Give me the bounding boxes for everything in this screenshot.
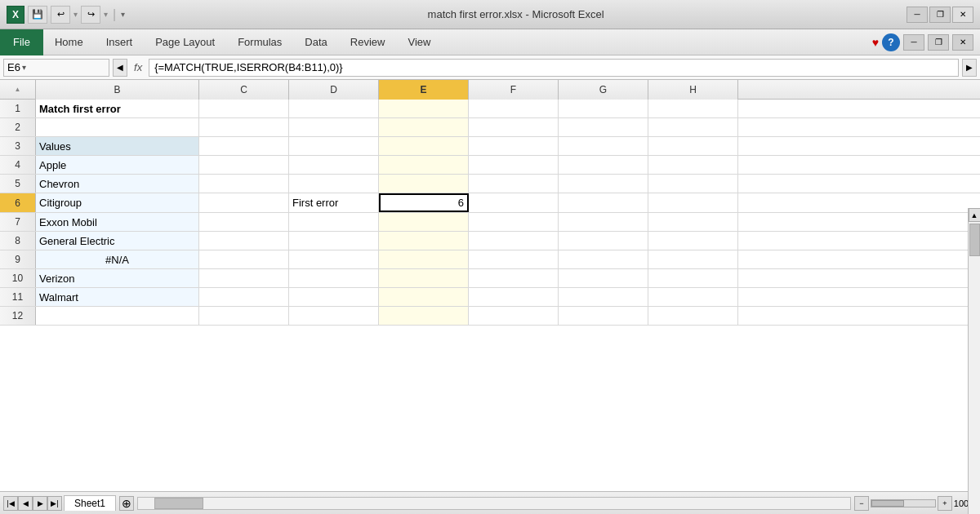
cell-g7[interactable] [559,213,648,231]
cell-f11[interactable] [469,288,559,306]
cell-f1[interactable] [469,100,559,117]
cell-b8[interactable]: General Electric [36,232,199,250]
cell-h10[interactable] [648,269,738,287]
cell-d9[interactable] [289,250,379,268]
cell-reference-box[interactable]: E6 ▾ [3,59,109,77]
close-button[interactable]: ✕ [952,7,973,23]
home-menu[interactable]: Home [43,29,95,55]
cell-h4[interactable] [648,156,738,174]
cell-c3[interactable] [199,137,289,155]
cell-h6[interactable] [648,193,738,212]
redo-button[interactable]: ↪ [81,6,100,24]
menu-close-button[interactable]: ✕ [952,34,973,51]
cell-e5[interactable] [379,175,469,193]
cell-c12[interactable] [199,307,289,325]
col-header-d[interactable]: D [289,80,379,100]
formula-scroll-left[interactable]: ◀ [113,59,127,77]
cell-d3[interactable] [289,137,379,155]
col-header-g[interactable]: G [559,80,648,100]
cell-d1[interactable] [289,100,379,117]
cell-g8[interactable] [559,232,648,250]
cell-h1[interactable] [648,100,738,117]
cell-c1[interactable] [199,100,289,117]
cell-f6[interactable] [469,193,559,212]
view-menu[interactable]: View [396,29,442,55]
cell-f8[interactable] [469,232,559,250]
cell-h2[interactable] [648,118,738,136]
cell-c2[interactable] [199,118,289,136]
cell-d12[interactable] [289,307,379,325]
formula-scroll-right[interactable]: ▶ [962,59,977,77]
scroll-up-button[interactable]: ▲ [969,208,981,222]
cell-c9[interactable] [199,250,289,268]
cell-g2[interactable] [559,118,648,136]
cell-f5[interactable] [469,175,559,193]
cell-c11[interactable] [199,288,289,306]
cell-e8[interactable] [379,232,469,250]
row-header-12[interactable]: 12 [0,307,36,325]
cell-h11[interactable] [648,288,738,306]
row-header-3[interactable]: 3 [0,137,36,155]
cell-b6[interactable]: Citigroup [36,193,199,212]
cell-e4[interactable] [379,156,469,174]
cell-g4[interactable] [559,156,648,174]
cell-b3[interactable]: Values [36,137,199,155]
horizontal-scrollbar[interactable] [137,497,851,510]
data-menu[interactable]: Data [293,29,338,55]
next-sheet-button[interactable]: ▶ [33,496,47,511]
row-header-6[interactable]: 6 [0,193,36,212]
cell-e1[interactable] [379,100,469,117]
cell-f2[interactable] [469,118,559,136]
insert-menu[interactable]: Insert [95,29,145,55]
cell-d7[interactable] [289,213,379,231]
last-sheet-button[interactable]: ▶| [47,496,62,511]
col-header-c[interactable]: C [199,80,289,100]
cell-e3[interactable] [379,137,469,155]
cell-h3[interactable] [648,137,738,155]
cell-h7[interactable] [648,213,738,231]
cell-d10[interactable] [289,269,379,287]
cell-e6[interactable]: 6 [379,193,469,212]
cell-f7[interactable] [469,213,559,231]
row-header-5[interactable]: 5 [0,175,36,193]
cell-c5[interactable] [199,175,289,193]
sheet1-tab[interactable]: Sheet1 [64,495,116,511]
cell-e10[interactable] [379,269,469,287]
row-header-9[interactable]: 9 [0,250,36,268]
col-header-f[interactable]: F [469,80,559,100]
review-menu[interactable]: Review [339,29,397,55]
row-header-2[interactable]: 2 [0,118,36,136]
page-layout-menu[interactable]: Page Layout [144,29,226,55]
cell-e7[interactable] [379,213,469,231]
row-header-11[interactable]: 11 [0,288,36,306]
cell-g1[interactable] [559,100,648,117]
cell-b2[interactable] [36,118,199,136]
first-sheet-button[interactable]: |◀ [3,496,18,511]
select-all-arrow[interactable]: ▲ [15,86,21,93]
save-button[interactable]: 💾 [28,6,47,24]
restore-button[interactable]: ❐ [929,7,951,23]
prev-sheet-button[interactable]: ◀ [18,496,33,511]
cell-ref-dropdown[interactable]: ▾ [22,63,26,72]
cell-h8[interactable] [648,232,738,250]
row-header-10[interactable]: 10 [0,269,36,287]
cell-b10[interactable]: Verizon [36,269,199,287]
scroll-thumb[interactable] [969,224,980,256]
row-header-8[interactable]: 8 [0,232,36,250]
cell-g9[interactable] [559,250,648,268]
cell-c8[interactable] [199,232,289,250]
row-header-4[interactable]: 4 [0,156,36,174]
minimize-button[interactable]: ─ [906,7,928,23]
cell-d11[interactable] [289,288,379,306]
col-header-e[interactable]: E [379,80,469,100]
cell-b11[interactable]: Walmart [36,288,199,306]
new-sheet-button[interactable]: ⊕ [119,496,134,511]
zoom-in-button[interactable]: + [938,496,952,511]
cell-b4[interactable]: Apple [36,156,199,174]
cell-b1[interactable]: Match first error [36,100,199,117]
row-header-7[interactable]: 7 [0,213,36,231]
cell-e9[interactable] [379,250,469,268]
cell-b9[interactable]: #N/A [36,250,199,268]
cell-f12[interactable] [469,307,559,325]
cell-g12[interactable] [559,307,648,325]
